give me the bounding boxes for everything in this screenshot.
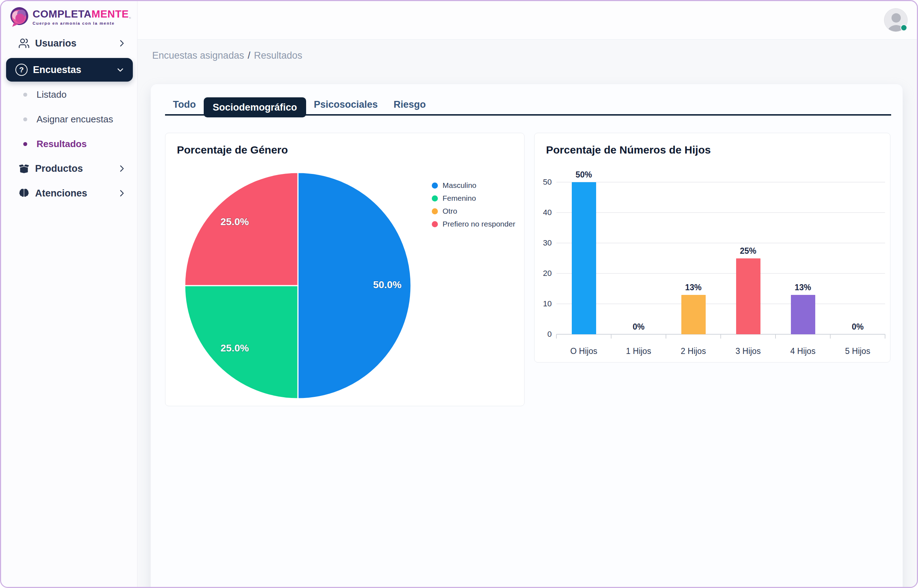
app-window: COMPLETAMENTE Cuerpo en armonía con la m…	[0, 0, 918, 588]
x-axis-tick	[666, 334, 666, 339]
legend-label: Masculino	[443, 181, 477, 190]
sidebar-subitem-label: Listado	[37, 89, 66, 100]
breadcrumb-separator: /	[248, 50, 251, 61]
y-tick-label: 40	[535, 208, 552, 217]
tab-sociodemografico[interactable]: Sociodemográfico	[204, 97, 306, 117]
legend-dot-icon	[432, 183, 438, 189]
x-tick-label: 3 Hijos	[721, 346, 776, 356]
brand-logo-icon	[8, 6, 31, 28]
user-avatar[interactable]	[884, 8, 908, 32]
bar-4-hijos[interactable]	[791, 295, 815, 334]
sidebar-item-label: Productos	[35, 163, 83, 174]
legend-item-masculino[interactable]: Masculino	[432, 179, 515, 192]
top-header	[137, 1, 917, 40]
bar-value-label: 0%	[611, 322, 666, 332]
sidebar-subitem-resultados[interactable]: Resultados	[6, 134, 133, 154]
x-tick-label: 1 Hijos	[611, 346, 666, 356]
bar-value-label: 13%	[666, 283, 721, 292]
children-bar-chart	[556, 182, 885, 334]
results-panel: Todo Sociodemográfico Psicosociales Ries…	[150, 84, 903, 588]
brand-name-secondary: MENTE	[92, 8, 129, 20]
breadcrumb-current[interactable]: Resultados	[254, 50, 302, 61]
x-axis-tick	[720, 334, 721, 339]
x-axis-tick	[556, 334, 557, 339]
bar-value-label: 13%	[776, 283, 830, 292]
pie-slice-prefiero-no-responder[interactable]	[185, 173, 298, 286]
logo-row: COMPLETAMENTE Cuerpo en armonía con la m…	[1, 1, 137, 28]
x-axis-tick	[885, 334, 886, 339]
gridline	[556, 273, 885, 274]
tab-todo[interactable]: Todo	[165, 95, 204, 114]
users-icon	[18, 37, 30, 49]
sidebar-collapse-icon[interactable]	[129, 12, 131, 24]
x-tick-label: 2 Hijos	[666, 346, 721, 356]
question-circle-icon: ?	[15, 64, 27, 76]
x-tick-label: O Hijos	[556, 346, 611, 356]
bar-value-label: 50%	[556, 170, 611, 180]
legend-label: Prefiero no responder	[443, 220, 515, 228]
legend-dot-icon	[432, 195, 438, 202]
legend-dot-icon	[432, 208, 438, 214]
legend-item-prefiero-no-responder[interactable]: Prefiero no responder	[432, 218, 515, 231]
legend-label: Femenino	[443, 194, 476, 203]
chevron-right-icon	[117, 189, 126, 198]
sidebar-item-encuestas[interactable]: ? Encuestas	[6, 58, 133, 82]
breadcrumb-parent[interactable]: Encuestas asignadas	[152, 50, 244, 61]
legend-item-femenino[interactable]: Femenino	[432, 192, 515, 205]
y-tick-label: 20	[535, 269, 552, 278]
legend-dot-icon	[432, 221, 438, 227]
children-bar-card: Porcentaje de Números de Hijos 010203040…	[534, 133, 891, 362]
pie-slice-value-label: 25.0%	[221, 342, 249, 354]
brand-name-primary: COMPLETA	[32, 8, 92, 20]
sidebar-subitem-label: Resultados	[37, 139, 87, 150]
sidebar-item-usuarios[interactable]: Usuarios	[6, 33, 133, 53]
sidebar-item-label: Encuestas	[33, 65, 81, 76]
pie-legend: Masculino Femenino Otro Prefiero no resp…	[432, 179, 515, 231]
tab-psicosociales[interactable]: Psicosociales	[306, 95, 386, 114]
chevron-right-icon	[117, 39, 126, 48]
y-tick-label: 50	[535, 178, 552, 187]
sidebar-item-label: Usuarios	[35, 38, 77, 49]
brain-icon	[18, 187, 30, 199]
gender-pie-card: Porcentaje de Género 50.0%25.0%25.0% Mas…	[165, 133, 525, 406]
chevron-right-icon	[117, 164, 126, 173]
sidebar-subitem-asignar-encuestas[interactable]: Asignar encuestas	[6, 109, 133, 129]
tab-riesgo[interactable]: Riesgo	[386, 95, 433, 114]
pie-slice-value-label: 25.0%	[221, 216, 249, 227]
sidebar-subitem-label: Asignar encuestas	[37, 114, 113, 125]
online-status-dot	[900, 24, 907, 31]
bar-value-label: 25%	[721, 246, 776, 256]
bar-2-hijos[interactable]	[681, 295, 706, 334]
bar-3-hijos[interactable]	[736, 258, 760, 334]
brand-tagline: Cuerpo en armonía con la mente	[32, 21, 129, 26]
bar-chart-title: Porcentaje de Números de Hijos	[546, 144, 711, 156]
bullet-icon	[23, 93, 27, 97]
y-tick-label: 0	[535, 330, 552, 339]
bar-o-hijos[interactable]	[572, 182, 596, 334]
box-icon	[18, 163, 30, 174]
chevron-down-icon	[116, 65, 125, 74]
gridline	[556, 182, 885, 183]
x-axis-tick	[775, 334, 776, 339]
gridline	[556, 242, 885, 243]
pie-chart-title: Porcentaje de Género	[177, 144, 288, 156]
bullet-icon	[23, 117, 27, 121]
pie-slice-value-label: 50.0%	[373, 279, 401, 290]
sidebar: COMPLETAMENTE Cuerpo en armonía con la m…	[1, 1, 137, 587]
sidebar-item-label: Atenciones	[35, 188, 87, 199]
sidebar-item-productos[interactable]: Productos	[6, 158, 133, 179]
legend-item-otro[interactable]: Otro	[432, 205, 515, 218]
x-tick-label: 4 Hijos	[776, 346, 830, 356]
bullet-icon	[23, 142, 27, 146]
sidebar-item-atenciones[interactable]: Atenciones	[6, 183, 133, 203]
x-axis-tick	[830, 334, 831, 339]
sidebar-subitem-listado[interactable]: Listado	[6, 84, 133, 105]
main-content: Encuestas asignadas/Resultados Todo Soci…	[137, 40, 917, 587]
bar-value-label: 0%	[830, 322, 885, 332]
gridline	[556, 304, 885, 304]
x-tick-label: 5 Hijos	[830, 346, 885, 356]
brand-wordmark: COMPLETAMENTE Cuerpo en armonía con la m…	[32, 8, 129, 26]
gender-pie-chart: 50.0%25.0%25.0%	[183, 171, 412, 400]
breadcrumb: Encuestas asignadas/Resultados	[152, 50, 302, 61]
gridline	[556, 212, 885, 213]
